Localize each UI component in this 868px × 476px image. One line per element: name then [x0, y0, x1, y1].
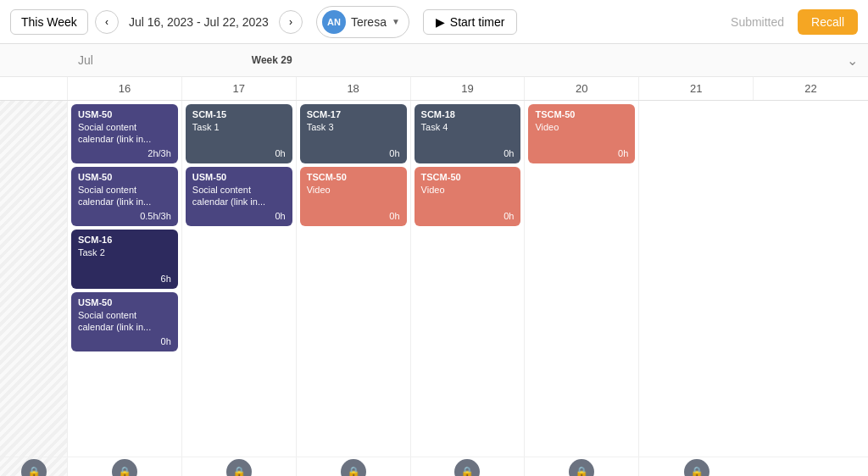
- task-name: Video: [535, 121, 628, 133]
- task-hours: 6h: [161, 274, 171, 284]
- task-id: USM-50: [78, 109, 171, 119]
- this-week-button[interactable]: This Week: [10, 9, 88, 35]
- date-range-label: Jul 16, 2023 - Jul 22, 2023: [129, 15, 269, 29]
- col-day-21: TSCM-50 Video 0h: [525, 101, 639, 457]
- avatar-initials: AN: [327, 17, 341, 27]
- play-icon: ▶: [436, 15, 445, 29]
- task-card[interactable]: USM-50 Social content calendar (link in.…: [71, 292, 178, 351]
- lock-cell-19: 🔒: [297, 457, 411, 476]
- task-name: Video: [307, 184, 400, 196]
- col-day-18: SCM-15 Task 1 0h USM-50 Social content c…: [182, 101, 297, 457]
- task-card[interactable]: USM-50 Social content calendar (link in.…: [71, 104, 178, 163]
- day-header-20: 20: [525, 77, 639, 100]
- recall-label: Recall: [811, 15, 844, 29]
- empty-header: [0, 77, 68, 100]
- task-hours: 0h: [275, 211, 285, 221]
- lock-icon-22: 🔒: [684, 459, 709, 476]
- submitted-label: Submitted: [731, 15, 784, 29]
- calendar-container: Jul Week 29 ⌄ 16 17 18 19 20 21 22 USM-5…: [0, 44, 868, 476]
- month-row: Jul Week 29 ⌄: [0, 44, 868, 77]
- app-header: This Week ‹ Jul 16, 2023 - Jul 22, 2023 …: [0, 0, 868, 44]
- task-id: SCM-15: [192, 109, 286, 119]
- lock-cell-18: 🔒: [182, 457, 297, 476]
- task-card[interactable]: USM-50 Social content calendar (link in.…: [71, 167, 178, 226]
- task-card[interactable]: TSCM-50 Video 0h: [300, 167, 407, 226]
- start-timer-button[interactable]: ▶ Start timer: [423, 9, 518, 35]
- row-label-col: [0, 101, 68, 457]
- recall-button[interactable]: Recall: [798, 9, 858, 35]
- task-id: USM-50: [192, 172, 286, 182]
- task-id: SCM-16: [78, 235, 171, 245]
- lock-icon-20: 🔒: [454, 459, 480, 476]
- chevron-down-icon: ▼: [392, 17, 400, 26]
- task-id: TSCM-50: [421, 172, 515, 182]
- calendar-body: USM-50 Social content calendar (link in.…: [0, 101, 868, 457]
- col-day-20: SCM-18 Task 4 0h TSCM-50 Video 0h: [411, 101, 526, 457]
- task-id: USM-50: [78, 297, 171, 307]
- lock-cell-21: 🔒: [525, 457, 639, 476]
- task-card[interactable]: SCM-15 Task 1 0h: [186, 104, 292, 163]
- task-hours: 0h: [389, 211, 399, 221]
- day-header-17: 17: [182, 77, 297, 100]
- lock-icon-21: 🔒: [569, 459, 594, 476]
- day-header-19: 19: [411, 77, 526, 100]
- collapse-icon[interactable]: ⌄: [847, 53, 858, 69]
- task-id: SCM-17: [307, 109, 400, 119]
- day-header-21: 21: [639, 77, 754, 100]
- task-id: USM-50: [78, 172, 171, 182]
- lock-cell-20: 🔒: [411, 457, 526, 476]
- next-nav-arrow[interactable]: ›: [279, 10, 303, 34]
- task-card[interactable]: SCM-18 Task 4 0h: [415, 104, 521, 163]
- day-headers: 16 17 18 19 20 21 22: [0, 77, 868, 101]
- day-header-18: 18: [297, 77, 411, 100]
- lock-cell-22: 🔒: [639, 457, 754, 476]
- lock-icon-18: 🔒: [226, 459, 252, 476]
- task-card[interactable]: SCM-17 Task 3 0h: [300, 104, 407, 163]
- task-card[interactable]: TSCM-50 Video 0h: [415, 167, 521, 226]
- task-hours: 0h: [504, 148, 514, 158]
- col-day-19: SCM-17 Task 3 0h TSCM-50 Video 0h: [297, 101, 411, 457]
- this-week-label: This Week: [21, 15, 77, 29]
- task-name: Video: [421, 184, 515, 196]
- col-day-22: [639, 101, 754, 457]
- task-card[interactable]: SCM-16 Task 2 6h: [71, 230, 178, 289]
- task-hours: 0h: [275, 148, 285, 158]
- task-name: Social content calendar (link in...: [78, 121, 171, 146]
- start-timer-label: Start timer: [450, 15, 505, 29]
- task-card[interactable]: TSCM-50 Video 0h: [528, 104, 635, 163]
- task-id: TSCM-50: [307, 172, 400, 182]
- task-hours: 2h/3h: [147, 148, 171, 158]
- task-name: Task 3: [307, 121, 400, 133]
- task-id: TSCM-50: [535, 109, 628, 119]
- prev-nav-arrow[interactable]: ‹: [95, 10, 119, 34]
- day-header-16: 16: [68, 77, 182, 100]
- task-hours: 0h: [618, 148, 628, 158]
- task-hours: 0h: [504, 211, 514, 221]
- task-name: Task 2: [78, 246, 171, 258]
- task-name: Social content calendar (link in...: [192, 184, 286, 208]
- task-name: Task 4: [421, 121, 515, 133]
- lock-cell-17: 🔒: [68, 457, 182, 476]
- task-hours: 0h: [389, 148, 399, 158]
- lock-icon-16: 🔒: [21, 459, 47, 476]
- lock-icon-17: 🔒: [112, 459, 137, 476]
- lock-icon-19: 🔒: [341, 459, 366, 476]
- user-selector[interactable]: AN Teresa ▼: [316, 6, 409, 38]
- lock-cell-empty: 🔒: [0, 457, 68, 476]
- user-name: Teresa: [351, 15, 387, 29]
- task-name: Social content calendar (link in...: [78, 309, 171, 334]
- task-hours: 0h: [161, 336, 171, 346]
- col-day-17: USM-50 Social content calendar (link in.…: [68, 101, 182, 457]
- day-header-22: 22: [754, 77, 868, 100]
- task-hours: 0.5h/3h: [140, 211, 171, 221]
- task-id: SCM-18: [421, 109, 515, 119]
- lock-row: 🔒 🔒 🔒 🔒 🔒 🔒 🔒: [0, 457, 868, 476]
- task-name: Task 1: [192, 121, 286, 133]
- task-name: Social content calendar (link in...: [78, 184, 171, 208]
- week-label: Week 29: [205, 51, 339, 69]
- task-card[interactable]: USM-50 Social content calendar (link in.…: [186, 167, 292, 226]
- month-label: Jul: [78, 53, 205, 67]
- user-avatar: AN: [322, 10, 346, 34]
